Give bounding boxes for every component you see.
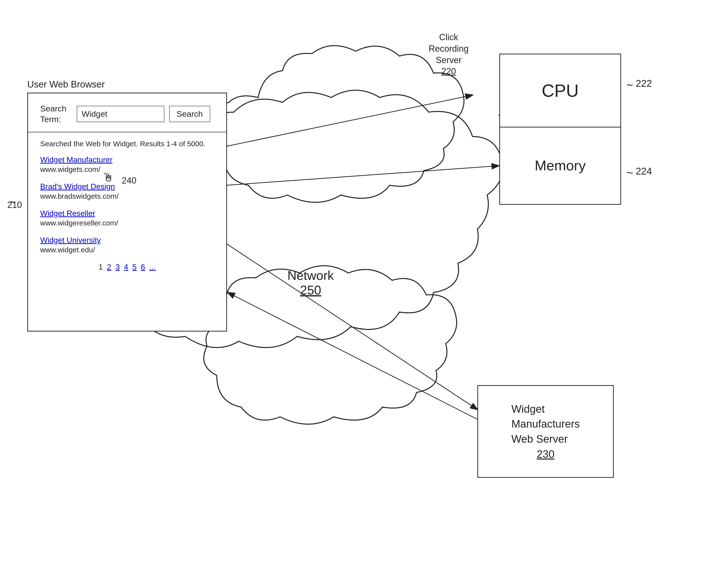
- web-server-label-container: WidgetManufacturersWeb Server230: [511, 402, 580, 462]
- label-220: 220: [429, 66, 469, 77]
- search-button[interactable]: Search: [169, 106, 210, 122]
- memory-section: Memory: [500, 127, 620, 203]
- page-6[interactable]: 6: [141, 262, 145, 271]
- label-224: 224: [636, 166, 652, 177]
- result-url-4: www.widget.edu/: [40, 246, 214, 254]
- result-url-3: www.widgereseller.com/: [40, 219, 214, 227]
- cpu-section: CPU: [500, 54, 620, 127]
- list-item: Widget University www.widget.edu/: [40, 236, 214, 254]
- result-url-2: www.bradswidgets.com/: [40, 192, 214, 200]
- search-section: Search Term: Search: [28, 93, 226, 132]
- page-1: 1: [99, 262, 103, 271]
- web-server-box: WidgetManufacturersWeb Server230: [477, 385, 614, 478]
- label-210: 210: [7, 200, 22, 210]
- network-text: Network: [287, 268, 334, 282]
- result-title-1[interactable]: Widget Manufacturer: [40, 155, 113, 164]
- diagram-container: ~ ~ ~ User Web Browser Search Term: Sear…: [0, 0, 728, 567]
- label-240: 240: [122, 175, 136, 186]
- results-summary: Searched the Web for Widget. Results 1-4…: [40, 140, 214, 148]
- result-title-4[interactable]: Widget University: [40, 236, 101, 244]
- svg-line-3: [228, 293, 477, 419]
- browser-window: Search Term: Search Searched the Web for…: [27, 93, 227, 332]
- search-input[interactable]: [77, 106, 164, 122]
- page-5[interactable]: 5: [132, 262, 137, 271]
- search-term-label: Search Term:: [40, 103, 72, 124]
- browser-label: User Web Browser: [27, 79, 105, 90]
- page-3[interactable]: 3: [115, 262, 120, 271]
- list-item: Widget Manufacturer www.widgets.com/: [40, 155, 214, 173]
- page-4[interactable]: 4: [124, 262, 128, 271]
- list-item: Widget Reseller www.widgereseller.com/: [40, 209, 214, 227]
- svg-text:~: ~: [626, 166, 633, 179]
- result-title-3[interactable]: Widget Reseller: [40, 209, 95, 218]
- svg-text:~: ~: [626, 78, 633, 91]
- label-222: 222: [636, 78, 652, 89]
- server-box: CPU Memory: [499, 54, 621, 205]
- cursor-icon: 🖱: [102, 171, 114, 184]
- svg-line-1: [227, 95, 473, 146]
- svg-line-2: [227, 166, 499, 185]
- label-250: 250: [287, 283, 334, 298]
- page-ellipsis[interactable]: ...: [149, 262, 156, 271]
- memory-label: Memory: [535, 157, 586, 173]
- click-recording-server-label: ClickRecordingServer 220: [429, 32, 469, 77]
- click-recording-text: ClickRecordingServer: [429, 32, 469, 65]
- result-url-1: www.widgets.com/: [40, 165, 214, 173]
- pagination: 1 2 3 4 5 6 ...: [40, 262, 214, 271]
- label-230: 230: [511, 447, 580, 462]
- svg-line-4: [227, 244, 477, 410]
- page-2[interactable]: 2: [107, 262, 111, 271]
- network-label: Network 250: [287, 268, 334, 298]
- cpu-label: CPU: [542, 81, 579, 101]
- web-server-label: WidgetManufacturersWeb Server230: [511, 403, 580, 462]
- results-section: Searched the Web for Widget. Results 1-4…: [28, 132, 226, 279]
- upper-cloud: [211, 46, 464, 202]
